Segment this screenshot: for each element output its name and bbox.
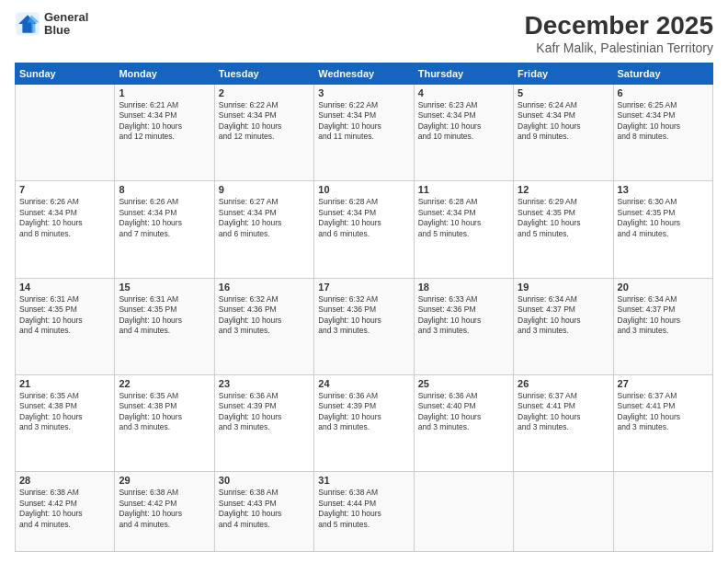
day-info: Sunrise: 6:38 AM Sunset: 4:44 PM Dayligh… bbox=[318, 488, 409, 530]
calendar-day-cell: 7Sunrise: 6:26 AM Sunset: 4:34 PM Daylig… bbox=[16, 181, 115, 278]
calendar-day-cell: 13Sunrise: 6:30 AM Sunset: 4:35 PM Dayli… bbox=[613, 181, 712, 278]
day-info: Sunrise: 6:34 AM Sunset: 4:37 PM Dayligh… bbox=[518, 294, 609, 337]
day-number: 19 bbox=[518, 282, 609, 293]
calendar-weekday-header: Tuesday bbox=[214, 63, 313, 85]
day-number: 6 bbox=[618, 87, 709, 98]
calendar-day-cell: 17Sunrise: 6:32 AM Sunset: 4:36 PM Dayli… bbox=[314, 278, 414, 374]
calendar-day-cell bbox=[414, 472, 513, 552]
day-number: 9 bbox=[219, 184, 310, 195]
day-number: 17 bbox=[318, 282, 409, 293]
day-info: Sunrise: 6:35 AM Sunset: 4:38 PM Dayligh… bbox=[19, 391, 110, 433]
day-info: Sunrise: 6:38 AM Sunset: 4:43 PM Dayligh… bbox=[219, 488, 310, 530]
calendar-week-row: 1Sunrise: 6:21 AM Sunset: 4:34 PM Daylig… bbox=[16, 85, 713, 181]
day-number: 25 bbox=[418, 378, 509, 389]
day-number: 30 bbox=[219, 475, 310, 486]
calendar-day-cell: 8Sunrise: 6:26 AM Sunset: 4:34 PM Daylig… bbox=[115, 181, 214, 278]
calendar-day-cell: 26Sunrise: 6:37 AM Sunset: 4:41 PM Dayli… bbox=[514, 374, 613, 471]
calendar-day-cell: 22Sunrise: 6:35 AM Sunset: 4:38 PM Dayli… bbox=[115, 374, 214, 471]
month-title: December 2025 bbox=[525, 11, 713, 40]
calendar-week-row: 14Sunrise: 6:31 AM Sunset: 4:35 PM Dayli… bbox=[16, 278, 713, 374]
calendar-weekday-header: Saturday bbox=[613, 63, 712, 85]
calendar-day-cell bbox=[613, 472, 712, 552]
page: General Blue December 2025 Kafr Malik, P… bbox=[0, 0, 728, 563]
day-info: Sunrise: 6:23 AM Sunset: 4:34 PM Dayligh… bbox=[418, 100, 509, 143]
calendar-day-cell: 25Sunrise: 6:36 AM Sunset: 4:40 PM Dayli… bbox=[414, 374, 513, 471]
calendar-week-row: 7Sunrise: 6:26 AM Sunset: 4:34 PM Daylig… bbox=[16, 181, 713, 278]
calendar-day-cell: 27Sunrise: 6:37 AM Sunset: 4:41 PM Dayli… bbox=[613, 374, 712, 471]
day-info: Sunrise: 6:38 AM Sunset: 4:42 PM Dayligh… bbox=[119, 488, 210, 530]
day-info: Sunrise: 6:32 AM Sunset: 4:36 PM Dayligh… bbox=[219, 294, 310, 337]
calendar-day-cell: 31Sunrise: 6:38 AM Sunset: 4:44 PM Dayli… bbox=[314, 472, 414, 552]
calendar-day-cell: 9Sunrise: 6:27 AM Sunset: 4:34 PM Daylig… bbox=[214, 181, 313, 278]
day-number: 16 bbox=[219, 282, 310, 293]
calendar-day-cell: 6Sunrise: 6:25 AM Sunset: 4:34 PM Daylig… bbox=[613, 85, 712, 181]
day-number: 10 bbox=[318, 184, 409, 195]
subtitle: Kafr Malik, Palestinian Territory bbox=[525, 40, 713, 55]
day-info: Sunrise: 6:31 AM Sunset: 4:35 PM Dayligh… bbox=[19, 294, 110, 337]
day-number: 14 bbox=[19, 282, 110, 293]
day-info: Sunrise: 6:34 AM Sunset: 4:37 PM Dayligh… bbox=[618, 294, 709, 337]
day-number: 15 bbox=[119, 282, 210, 293]
calendar-day-cell: 30Sunrise: 6:38 AM Sunset: 4:43 PM Dayli… bbox=[214, 472, 313, 552]
day-info: Sunrise: 6:27 AM Sunset: 4:34 PM Dayligh… bbox=[219, 197, 310, 239]
logo-icon bbox=[15, 11, 40, 37]
day-info: Sunrise: 6:22 AM Sunset: 4:34 PM Dayligh… bbox=[219, 100, 310, 143]
day-info: Sunrise: 6:33 AM Sunset: 4:36 PM Dayligh… bbox=[418, 294, 509, 337]
day-number: 2 bbox=[219, 87, 310, 98]
day-number: 12 bbox=[518, 184, 609, 195]
day-info: Sunrise: 6:31 AM Sunset: 4:35 PM Dayligh… bbox=[119, 294, 210, 337]
day-number: 3 bbox=[318, 87, 409, 98]
day-info: Sunrise: 6:26 AM Sunset: 4:34 PM Dayligh… bbox=[119, 197, 210, 239]
calendar-day-cell: 16Sunrise: 6:32 AM Sunset: 4:36 PM Dayli… bbox=[214, 278, 313, 374]
calendar-day-cell: 29Sunrise: 6:38 AM Sunset: 4:42 PM Dayli… bbox=[115, 472, 214, 552]
calendar-weekday-header: Wednesday bbox=[314, 63, 414, 85]
calendar-day-cell: 23Sunrise: 6:36 AM Sunset: 4:39 PM Dayli… bbox=[214, 374, 313, 471]
calendar-weekday-header: Friday bbox=[514, 63, 613, 85]
day-info: Sunrise: 6:36 AM Sunset: 4:40 PM Dayligh… bbox=[418, 391, 509, 433]
day-info: Sunrise: 6:36 AM Sunset: 4:39 PM Dayligh… bbox=[318, 391, 409, 433]
day-number: 27 bbox=[618, 378, 709, 389]
calendar-day-cell: 19Sunrise: 6:34 AM Sunset: 4:37 PM Dayli… bbox=[514, 278, 613, 374]
calendar-day-cell: 12Sunrise: 6:29 AM Sunset: 4:35 PM Dayli… bbox=[514, 181, 613, 278]
day-info: Sunrise: 6:28 AM Sunset: 4:34 PM Dayligh… bbox=[318, 197, 409, 239]
calendar-day-cell: 15Sunrise: 6:31 AM Sunset: 4:35 PM Dayli… bbox=[115, 278, 214, 374]
day-info: Sunrise: 6:24 AM Sunset: 4:34 PM Dayligh… bbox=[518, 100, 609, 143]
calendar-day-cell bbox=[514, 472, 613, 552]
day-number: 24 bbox=[318, 378, 409, 389]
calendar-weekday-header: Sunday bbox=[16, 63, 115, 85]
day-number: 29 bbox=[119, 475, 210, 486]
day-number: 5 bbox=[518, 87, 609, 98]
day-info: Sunrise: 6:22 AM Sunset: 4:34 PM Dayligh… bbox=[318, 100, 409, 143]
calendar-day-cell: 20Sunrise: 6:34 AM Sunset: 4:37 PM Dayli… bbox=[613, 278, 712, 374]
calendar-day-cell bbox=[16, 85, 115, 181]
calendar-table: SundayMondayTuesdayWednesdayThursdayFrid… bbox=[15, 63, 713, 552]
calendar-day-cell: 18Sunrise: 6:33 AM Sunset: 4:36 PM Dayli… bbox=[414, 278, 513, 374]
day-number: 1 bbox=[119, 87, 210, 98]
title-area: December 2025 Kafr Malik, Palestinian Te… bbox=[525, 11, 713, 55]
calendar-body: 1Sunrise: 6:21 AM Sunset: 4:34 PM Daylig… bbox=[16, 85, 713, 552]
day-info: Sunrise: 6:26 AM Sunset: 4:34 PM Dayligh… bbox=[19, 197, 110, 239]
day-number: 4 bbox=[418, 87, 509, 98]
calendar-day-cell: 5Sunrise: 6:24 AM Sunset: 4:34 PM Daylig… bbox=[514, 85, 613, 181]
calendar-day-cell: 24Sunrise: 6:36 AM Sunset: 4:39 PM Dayli… bbox=[314, 374, 414, 471]
day-info: Sunrise: 6:37 AM Sunset: 4:41 PM Dayligh… bbox=[618, 391, 709, 433]
header: General Blue December 2025 Kafr Malik, P… bbox=[15, 11, 713, 55]
day-number: 18 bbox=[418, 282, 509, 293]
calendar-day-cell: 10Sunrise: 6:28 AM Sunset: 4:34 PM Dayli… bbox=[314, 181, 414, 278]
calendar-week-row: 28Sunrise: 6:38 AM Sunset: 4:42 PM Dayli… bbox=[16, 472, 713, 552]
calendar-week-row: 21Sunrise: 6:35 AM Sunset: 4:38 PM Dayli… bbox=[16, 374, 713, 471]
logo: General Blue bbox=[15, 11, 88, 38]
calendar-day-cell: 1Sunrise: 6:21 AM Sunset: 4:34 PM Daylig… bbox=[115, 85, 214, 181]
day-number: 11 bbox=[418, 184, 509, 195]
day-info: Sunrise: 6:32 AM Sunset: 4:36 PM Dayligh… bbox=[318, 294, 409, 337]
day-number: 21 bbox=[19, 378, 110, 389]
day-number: 22 bbox=[119, 378, 210, 389]
calendar-weekday-header: Monday bbox=[115, 63, 214, 85]
day-number: 20 bbox=[618, 282, 709, 293]
calendar-weekday-header: Thursday bbox=[414, 63, 513, 85]
calendar-day-cell: 11Sunrise: 6:28 AM Sunset: 4:34 PM Dayli… bbox=[414, 181, 513, 278]
day-number: 7 bbox=[19, 184, 110, 195]
calendar-day-cell: 3Sunrise: 6:22 AM Sunset: 4:34 PM Daylig… bbox=[314, 85, 414, 181]
calendar-day-cell: 2Sunrise: 6:22 AM Sunset: 4:34 PM Daylig… bbox=[214, 85, 313, 181]
day-info: Sunrise: 6:29 AM Sunset: 4:35 PM Dayligh… bbox=[518, 197, 609, 239]
